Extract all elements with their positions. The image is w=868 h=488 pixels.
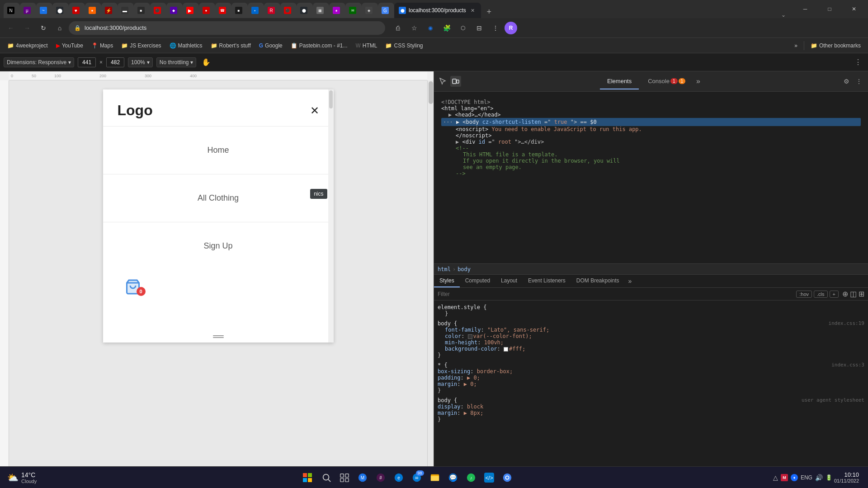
menu-item-all-clothing[interactable]: All Clothing [103,174,334,222]
width-input[interactable] [78,57,96,67]
start-button[interactable] [298,469,316,487]
extension-icon-puzzle[interactable]: 🧩 [439,21,454,35]
settings-button[interactable]: ⋮ [488,21,503,35]
bookmark-pastebin[interactable]: 📋 Pastebin.com - #1... [287,41,351,51]
tab-active[interactable]: ⬤ localhost:3000/products ✕ [394,3,481,18]
bookmark-html[interactable]: W HTML [352,41,381,51]
menu-item-home[interactable]: Home [103,126,334,174]
home-button[interactable]: ⌂ [52,21,67,35]
tab-github2[interactable]: ⬤ [297,3,313,18]
pseudo-hov[interactable]: :hov [796,291,812,298]
more-options-button[interactable]: ⋮ [852,56,864,69]
taskbar-task-view[interactable] [336,469,353,486]
cart-area[interactable]: 0 [125,279,141,295]
bookmark-google[interactable]: G Google [255,41,286,51]
style-tab-dom-breakpoints[interactable]: DOM Breakpoints [571,275,625,287]
taskbar-mail[interactable]: ✉ 98 [409,469,425,486]
tab-5[interactable]: ♥ [69,3,85,18]
bookmark-maps[interactable]: 📍 Maps [88,41,117,51]
dt-more-tabs[interactable]: » [694,77,702,85]
breadcrumb-body[interactable]: body [458,266,471,272]
style-tabs-overflow[interactable]: » [625,275,636,287]
style-tab-layout[interactable]: Layout [495,275,523,287]
dt-tab-elements[interactable]: Elements [600,73,639,89]
dt-select-element-icon[interactable] [438,76,448,87]
dt-settings-icon[interactable]: ⚙ [841,76,852,87]
pseudo-cls[interactable]: .cls [814,291,828,298]
extension-icon-cast[interactable]: ⬡ [456,21,470,35]
tab-notion[interactable]: N [4,3,20,18]
style-tab-styles[interactable]: Styles [434,275,460,287]
dimensions-select[interactable]: Dimensions: Responsive ▾ [4,57,74,67]
sidebar-button[interactable]: ⊟ [472,21,486,35]
tab-google[interactable]: G [378,3,394,18]
taskbar-clock[interactable]: 10:10 01/11/2022 [834,471,859,483]
tab-youtube[interactable]: ▶ [183,3,199,18]
taskbar-chrome[interactable] [499,469,515,486]
taskbar-vscode[interactable]: </> [481,469,497,486]
back-button[interactable]: ← [4,21,18,35]
tab-21[interactable]: ♠ [329,3,345,18]
bookmark-roberts-stuff[interactable]: 📁 Robert's stuff [207,41,255,51]
close-button[interactable]: ✕ [844,2,864,16]
dt-device-toggle-icon[interactable] [450,76,461,87]
reload-button[interactable]: ↻ [36,21,51,35]
touch-icon[interactable]: ✋ [200,56,212,69]
tab-16[interactable]: ▪ [248,3,264,18]
bookmark-4weekproject[interactable]: 📁 4weekproject [4,41,52,51]
new-tab-button[interactable]: + [483,5,495,18]
breadcrumb-html[interactable]: html [438,266,451,272]
taskbar-meet[interactable]: M [354,469,371,486]
throttle-select[interactable]: No throttling ▾ [156,57,197,67]
taskbar-spotify[interactable]: ♪ [463,469,479,486]
bookmarks-overflow[interactable]: » [791,41,801,51]
tab-22[interactable]: ✉ [345,3,362,18]
tab-github[interactable]: ⬤ [52,3,69,18]
tab-9[interactable]: ■ [134,3,150,18]
bookmark-button[interactable]: ☆ [407,21,421,35]
maximize-button[interactable]: □ [819,2,840,16]
tab-14[interactable]: ☎ [215,3,231,18]
share-button[interactable]: ⎙ [391,21,405,35]
minimize-button[interactable]: ─ [795,2,816,16]
tab-3[interactable]: ~ [36,3,52,18]
style-icon-3[interactable]: ⊞ [859,290,864,298]
taskbar-messenger[interactable]: 💬 [445,469,461,486]
taskbar-files[interactable] [427,469,443,486]
profile-avatar[interactable]: R [505,22,517,34]
html-line-body[interactable]: ··· ▶ <body cz-shortcut-listen =" true "… [441,118,861,126]
bookmark-youtube[interactable]: ▶ YouTube [52,41,87,51]
filter-input[interactable] [438,291,793,297]
style-tab-event-listeners[interactable]: Event Listeners [523,275,571,287]
new-style-rule-icon[interactable]: ⊕ [842,290,848,298]
tab-7[interactable]: ⚡ [101,3,118,18]
bookmark-js-exercises[interactable]: 📁 JS Exercises [118,41,165,51]
height-input[interactable] [106,57,124,67]
omnibox[interactable]: 🔒 localhost:3000/products [69,21,385,35]
menu-item-sign-up[interactable]: Sign Up [103,222,334,270]
forward-button[interactable]: → [20,21,34,35]
dt-tab-console[interactable]: Console 1 1 [641,73,693,89]
tab-23[interactable]: ◈ [362,3,378,18]
tab-13[interactable]: ● [199,3,215,18]
extension-icon-colorzilla[interactable]: ◉ [423,21,438,35]
tab-overflow-indicator[interactable]: ⌄ [781,12,786,18]
taskbar-search[interactable] [318,469,335,486]
menu-close-button[interactable]: ✕ [310,104,319,117]
tab-10[interactable]: ⚫ [150,3,166,18]
tab-15[interactable]: ■ [231,3,248,18]
taskbar-slack[interactable]: # [373,469,389,486]
tab-ublock[interactable]: μ [20,3,36,18]
bookmark-mathletics[interactable]: 🌐 Mathletics [166,41,206,51]
mobile-scrollbar[interactable] [328,89,334,343]
tab-20[interactable]: ▦ [313,3,329,18]
bookmark-css-styling[interactable]: 📁 CSS Styling [382,41,426,51]
tab-close-btn[interactable]: ✕ [469,7,476,14]
zoom-select[interactable]: 100% ▾ [128,57,153,67]
style-icon-2[interactable]: ◫ [850,290,857,298]
tab-18[interactable]: ⚫ [280,3,297,18]
pseudo-add[interactable]: + [830,291,839,298]
tab-17[interactable]: R [264,3,280,18]
taskbar-edge[interactable]: e [391,469,407,486]
style-tab-computed[interactable]: Computed [460,275,495,287]
